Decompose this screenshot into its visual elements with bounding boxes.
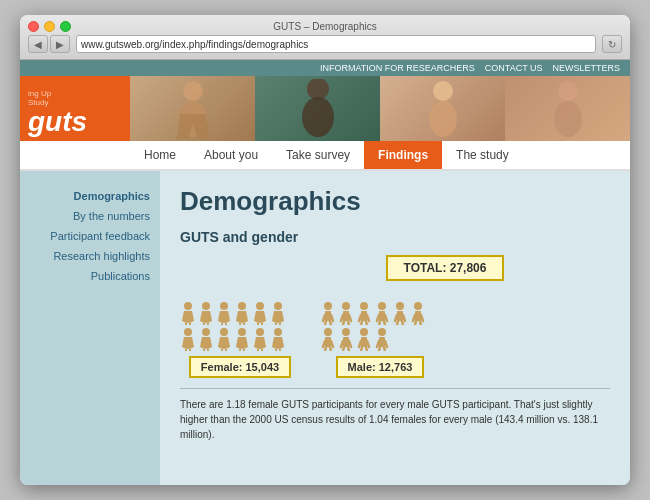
svg-point-2 <box>307 79 329 100</box>
svg-line-55 <box>420 321 421 325</box>
svg-line-49 <box>402 321 403 325</box>
svg-point-74 <box>378 328 386 336</box>
svg-line-78 <box>379 347 380 351</box>
female-label: Female: 15,043 <box>189 356 291 378</box>
svg-point-17 <box>238 328 246 336</box>
minimize-button[interactable] <box>44 21 55 32</box>
svg-line-37 <box>366 321 367 325</box>
svg-line-31 <box>348 321 349 325</box>
svg-line-46 <box>395 315 397 321</box>
page-title: Demographics <box>180 186 610 217</box>
svg-line-71 <box>367 341 369 347</box>
nav-home[interactable]: Home <box>130 141 190 169</box>
refresh-button[interactable]: ↻ <box>602 35 622 53</box>
svg-line-35 <box>367 315 369 321</box>
male-group: Male: 12,763 <box>320 301 440 378</box>
nav-take-survey[interactable]: Take survey <box>272 141 364 169</box>
svg-line-52 <box>413 315 415 321</box>
svg-point-4 <box>433 81 453 101</box>
svg-point-44 <box>396 302 404 310</box>
svg-point-14 <box>184 328 192 336</box>
contact-us-link[interactable]: Contact Us <box>485 63 543 73</box>
logo-area: ing Up Study guts <box>20 76 130 141</box>
svg-point-18 <box>256 328 264 336</box>
svg-point-20 <box>324 302 332 310</box>
male-icons <box>320 301 440 351</box>
browser-window: GUTS – Demographics ◀ ▶ www.gutsweb.org/… <box>20 15 630 485</box>
svg-line-61 <box>330 347 331 351</box>
nav-findings[interactable]: Findings <box>364 141 442 169</box>
section-title: GUTS and gender <box>180 229 610 245</box>
nav-about-you[interactable]: About you <box>190 141 272 169</box>
back-button[interactable]: ◀ <box>28 35 48 53</box>
svg-point-50 <box>414 302 422 310</box>
svg-line-34 <box>359 315 361 321</box>
svg-line-28 <box>341 315 343 321</box>
description-text: There are 1.18 female GUTS participants … <box>180 388 610 442</box>
female-icons <box>180 301 300 351</box>
website: Information for Researchers Contact Us N… <box>20 60 630 485</box>
svg-line-42 <box>379 321 380 325</box>
svg-point-8 <box>184 302 192 310</box>
figures-area: Female: 15,043 <box>180 301 610 378</box>
svg-point-13 <box>274 302 282 310</box>
nav-arrows: ◀ ▶ <box>28 35 70 53</box>
info-researchers-link[interactable]: Information for Researchers <box>320 63 475 73</box>
female-group: Female: 15,043 <box>180 301 300 378</box>
svg-point-26 <box>342 302 350 310</box>
address-bar[interactable]: www.gutsweb.org/index.php/findings/demog… <box>76 35 596 53</box>
utility-bar: Information for Researchers Contact Us N… <box>20 60 630 76</box>
sidebar-publications[interactable]: Publications <box>30 266 150 286</box>
male-label: Male: 12,763 <box>336 356 425 378</box>
sidebar-by-numbers[interactable]: By the numbers <box>30 206 150 226</box>
svg-line-54 <box>415 321 416 325</box>
svg-point-0 <box>183 81 203 101</box>
svg-point-16 <box>220 328 228 336</box>
nav-links: Home About you Take survey Findings The … <box>130 141 523 169</box>
sidebar-research-highlights[interactable]: Research highlights <box>30 246 150 266</box>
svg-line-53 <box>421 315 423 321</box>
svg-point-3 <box>302 97 334 137</box>
svg-line-77 <box>385 341 387 347</box>
svg-line-70 <box>359 341 361 347</box>
svg-line-76 <box>377 341 379 347</box>
svg-line-79 <box>384 347 385 351</box>
svg-line-41 <box>385 315 387 321</box>
svg-point-5 <box>429 101 457 137</box>
site-header: ing Up Study guts <box>20 76 630 141</box>
photo-1 <box>130 76 255 141</box>
browser-title: GUTS – Demographics <box>28 21 622 32</box>
maximize-button[interactable] <box>60 21 71 32</box>
svg-point-19 <box>274 328 282 336</box>
svg-line-23 <box>331 315 333 321</box>
close-button[interactable] <box>28 21 39 32</box>
logo-guts[interactable]: guts <box>28 108 122 136</box>
svg-point-15 <box>202 328 210 336</box>
svg-line-30 <box>343 321 344 325</box>
sidebar-demographics[interactable]: Demographics <box>30 186 150 206</box>
svg-line-58 <box>323 341 325 347</box>
svg-line-47 <box>403 315 405 321</box>
photo-3 <box>380 76 505 141</box>
forward-button[interactable]: ▶ <box>50 35 70 53</box>
svg-point-56 <box>324 328 332 336</box>
total-box: TOTAL: 27,806 <box>386 255 505 281</box>
photo-strip <box>130 76 630 141</box>
svg-point-9 <box>202 302 210 310</box>
svg-point-7 <box>554 101 582 137</box>
svg-line-67 <box>348 347 349 351</box>
svg-line-66 <box>343 347 344 351</box>
svg-line-29 <box>349 315 351 321</box>
nav-the-study[interactable]: The study <box>442 141 523 169</box>
svg-line-60 <box>325 347 326 351</box>
browser-chrome: GUTS – Demographics ◀ ▶ www.gutsweb.org/… <box>20 15 630 60</box>
newsletters-link[interactable]: Newsletters <box>552 63 620 73</box>
svg-line-59 <box>331 341 333 347</box>
svg-line-65 <box>349 341 351 347</box>
person-icon <box>180 301 196 325</box>
svg-point-11 <box>238 302 246 310</box>
sidebar-participant-feedback[interactable]: Participant feedback <box>30 226 150 246</box>
svg-point-12 <box>256 302 264 310</box>
svg-line-43 <box>384 321 385 325</box>
svg-point-62 <box>342 328 350 336</box>
